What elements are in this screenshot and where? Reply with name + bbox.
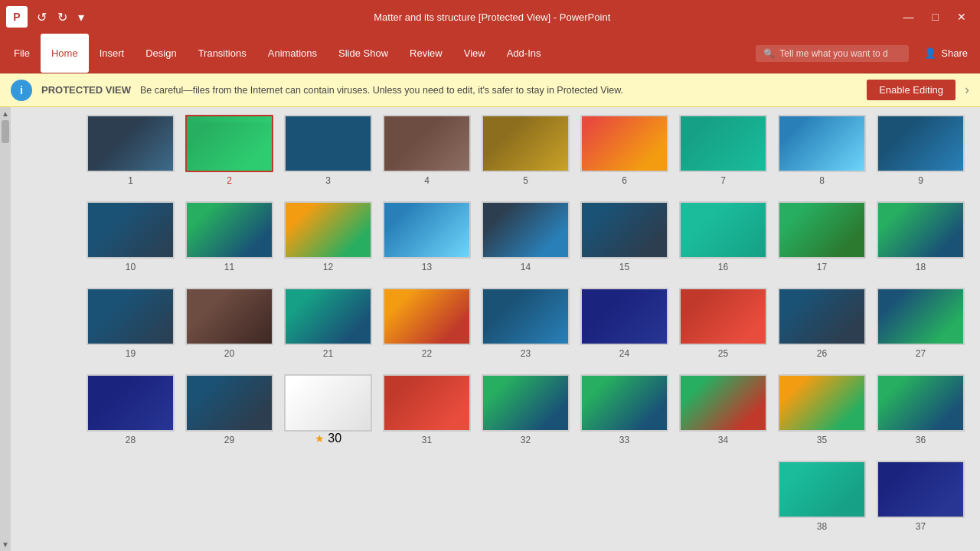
ribbon-search[interactable]: 🔍 Tell me what you want to d [756, 45, 909, 62]
ribbon-tab-design[interactable]: Design [135, 34, 187, 73]
slide-item[interactable]: 18 [877, 201, 965, 272]
share-button[interactable]: 👤 Share [915, 44, 977, 62]
protected-view-label: PROTECTED VIEW [41, 84, 131, 96]
slide-item[interactable]: 38 [778, 461, 866, 532]
slide-item[interactable]: 11 [185, 201, 273, 272]
slide-thumbnail [877, 288, 965, 345]
left-scrollbar[interactable]: ▲ ▼ [0, 107, 11, 551]
slide-thumbnail [679, 201, 767, 259]
slide-item[interactable]: 34 [679, 374, 767, 445]
slide-thumbnail [877, 461, 965, 518]
ribbon-tab-addins[interactable]: Add-Ins [496, 34, 552, 73]
slide-item[interactable]: 15 [580, 201, 668, 272]
slide-number: 15 [619, 262, 629, 272]
ribbon-tab-slideshow[interactable]: Slide Show [328, 34, 399, 73]
ribbon-tab-view[interactable]: View [453, 34, 496, 73]
search-icon: 🔍 [763, 48, 775, 59]
enable-editing-button[interactable]: Enable Editing [867, 80, 956, 100]
slide-thumbnail [284, 201, 372, 259]
slide-thumbnail [778, 374, 866, 432]
close-button[interactable]: ✕ [949, 8, 974, 26]
slide-item[interactable]: 12 [284, 201, 372, 272]
slide-row: 272625242322212019 [18, 288, 972, 359]
slide-number: 24 [619, 348, 629, 359]
slide-number: 32 [521, 435, 531, 445]
slide-item[interactable]: 8 [778, 115, 866, 186]
ribbon-tab-animations[interactable]: Animations [257, 34, 328, 73]
share-icon: 👤 [924, 47, 936, 59]
slide-row: 181716151413121110 [18, 201, 972, 272]
ribbon-tab-transitions[interactable]: Transitions [188, 34, 257, 73]
slide-number: 25 [718, 348, 728, 359]
slide-thumbnail [383, 201, 471, 259]
slide-item[interactable]: 36 [877, 374, 965, 445]
slide-item[interactable]: 5 [482, 115, 570, 186]
slide-item[interactable]: 16 [679, 201, 767, 272]
slide-thumbnail [87, 201, 175, 259]
undo-button[interactable]: ↺ [32, 7, 51, 28]
slide-item[interactable]: 28 [87, 374, 175, 445]
slide-item[interactable]: 29 [185, 374, 273, 445]
slide-thumbnail [679, 374, 767, 432]
slide-item[interactable]: 32 [482, 374, 570, 445]
slide-item[interactable]: 2 [185, 115, 273, 186]
slide-number: 1 [128, 175, 133, 186]
scroll-up[interactable]: ▲ [0, 107, 11, 120]
slide-item[interactable]: 26 [778, 288, 866, 359]
slide-item[interactable]: 21 [284, 288, 372, 359]
slide-thumbnail [87, 288, 175, 345]
scroll-thumb[interactable] [2, 120, 9, 143]
slide-number: 34 [718, 435, 728, 445]
slide-item[interactable]: 23 [482, 288, 570, 359]
slide-item[interactable]: 14 [482, 201, 570, 272]
more-button[interactable]: ▾ [74, 7, 89, 28]
slide-item[interactable]: 37 [877, 461, 965, 532]
slide-item[interactable]: 7 [679, 115, 767, 186]
slide-thumbnail [580, 288, 668, 345]
slide-item[interactable]: 3 [284, 115, 372, 186]
slide-thumbnail [778, 288, 866, 345]
close-bar-icon[interactable]: › [965, 82, 969, 98]
slide-item[interactable]: 13 [383, 201, 471, 272]
slide-item[interactable]: ★ 30 [284, 374, 372, 445]
slide-item[interactable]: 24 [580, 288, 668, 359]
slide-thumbnail [482, 115, 570, 172]
slide-thumbnail [383, 288, 471, 345]
slide-thumbnail [679, 115, 767, 172]
slide-number: 4 [424, 175, 430, 186]
ribbon-tab-review[interactable]: Review [399, 34, 453, 73]
slide-number: 36 [916, 435, 926, 445]
star-badge: ★ [315, 432, 325, 445]
maximize-button[interactable]: □ [925, 8, 946, 26]
slide-item[interactable]: 10 [87, 201, 175, 272]
slide-number: 16 [718, 262, 728, 272]
slide-item[interactable]: 9 [877, 115, 965, 186]
slide-item[interactable]: 27 [877, 288, 965, 359]
slide-item[interactable]: 22 [383, 288, 471, 359]
slide-item[interactable]: 31 [383, 374, 471, 445]
ribbon-tab-file[interactable]: File [3, 34, 41, 73]
slide-row: 3738 [18, 461, 972, 532]
slide-item[interactable]: 1 [87, 115, 175, 186]
slide-item[interactable]: 19 [87, 288, 175, 359]
slide-item[interactable]: 20 [185, 288, 273, 359]
minimize-button[interactable]: — [896, 8, 922, 26]
scroll-down[interactable]: ▼ [0, 538, 11, 551]
slide-item[interactable]: 4 [383, 115, 471, 186]
redo-button[interactable]: ↻ [53, 7, 72, 28]
slide-item[interactable]: 25 [679, 288, 767, 359]
slide-item[interactable]: 17 [778, 201, 866, 272]
slide-thumbnail [87, 115, 175, 172]
slide-thumbnail [482, 374, 570, 432]
slide-item[interactable]: 33 [580, 374, 668, 445]
ribbon-tab-insert[interactable]: Insert [89, 34, 136, 73]
slide-number: 10 [126, 262, 136, 272]
slide-number: 29 [224, 435, 234, 445]
ribbon-tab-home[interactable]: Home [41, 34, 89, 73]
share-label: Share [941, 47, 968, 59]
slide-item[interactable]: 35 [778, 374, 866, 445]
slide-number: 23 [521, 348, 531, 359]
slide-item[interactable]: 6 [580, 115, 668, 186]
slide-thumbnail [185, 288, 273, 345]
slide-thumbnail [679, 288, 767, 345]
